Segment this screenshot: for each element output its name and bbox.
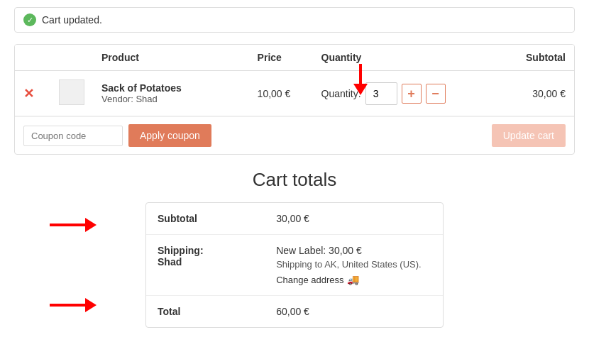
header-quantity: Quantity	[313, 45, 455, 71]
totals-section-wrapper: Subtotal 30,00 € Shipping: Shad New Labe…	[14, 202, 575, 328]
table-header-row: Product Price Quantity Subtotal	[15, 45, 574, 71]
vendor-name: Shad	[136, 94, 157, 104]
cart-totals-title: Cart totals	[253, 169, 337, 191]
product-vendor: Vendor: Shad	[101, 94, 241, 104]
header-spacer	[455, 45, 483, 71]
arrow-down-indicator	[353, 64, 368, 95]
update-cart-button[interactable]: Update cart	[492, 124, 566, 147]
check-icon: ✓	[23, 13, 36, 26]
arrow-total-indicator	[50, 298, 97, 312]
arrow-subtotal-indicator	[50, 218, 97, 232]
cart-totals-section: Cart totals Subtotal 30,00 €	[14, 169, 575, 328]
cart-table: Product Price Quantity Subtotal ✕	[14, 44, 575, 155]
total-row: Total 60,00 €	[146, 296, 443, 328]
subtotal-row: Subtotal 30,00 €	[146, 203, 443, 235]
change-address-link[interactable]: Change address 🚚	[276, 274, 358, 285]
header-subtotal: Subtotal	[483, 45, 574, 71]
quantity-decrease-button[interactable]: −	[426, 84, 446, 104]
total-value: 60,00 €	[265, 296, 443, 328]
quantity-input[interactable]	[365, 82, 397, 105]
table-row: ✕ Sack of Potatoes Vendor: Shad	[15, 71, 574, 116]
shipping-value: New Label: 30,00 € Shipping to AK, Unite…	[265, 235, 443, 296]
subtotal-label: Subtotal	[146, 203, 265, 235]
product-thumbnail	[59, 79, 84, 105]
cart-updated-text: Cart updated.	[42, 14, 102, 26]
thumb-cell	[50, 71, 93, 116]
quantity-cell: Quantity: + −	[313, 71, 455, 116]
coupon-row: Apply coupon Update cart	[15, 116, 574, 154]
change-address-text: Change address	[276, 275, 343, 285]
shipping-label-line2: Shad	[158, 256, 182, 268]
price-cell: 10,00 €	[249, 71, 313, 116]
header-remove	[15, 45, 50, 71]
truck-icon: 🚚	[347, 274, 359, 285]
total-label: Total	[146, 296, 265, 328]
header-product: Product	[93, 45, 249, 71]
quantity-increase-button[interactable]: +	[402, 84, 422, 104]
remove-item-button[interactable]: ✕	[23, 87, 34, 100]
totals-table-wrapper: Subtotal 30,00 € Shipping: Shad New Labe…	[145, 202, 444, 328]
apply-coupon-button[interactable]: Apply coupon	[128, 124, 211, 147]
product-name: Sack of Potatoes	[101, 82, 241, 94]
subtotal-value: 30,00 €	[265, 203, 443, 235]
product-cell: Sack of Potatoes Vendor: Shad	[93, 71, 249, 116]
coupon-left: Apply coupon	[23, 124, 211, 147]
subtotal-cell: 30,00 €	[483, 71, 574, 116]
remove-cell: ✕	[15, 71, 50, 116]
shipping-row: Shipping: Shad New Label: 30,00 € Shippi…	[146, 235, 443, 296]
coupon-input[interactable]	[23, 126, 123, 146]
shipping-label-line1: Shipping:	[158, 245, 204, 256]
spacer-cell	[455, 71, 483, 116]
header-price: Price	[249, 45, 313, 71]
vendor-label: Vendor:	[101, 94, 133, 104]
page-wrapper: ✓ Cart updated. Product Price Quantity	[0, 0, 589, 342]
shipping-option: New Label: 30,00 €	[276, 245, 431, 256]
totals-table: Subtotal 30,00 € Shipping: Shad New Labe…	[146, 203, 443, 327]
cart-updated-notice: ✓ Cart updated.	[14, 7, 575, 33]
header-thumb	[50, 45, 93, 71]
shipping-address: Shipping to AK, United States (US).	[276, 259, 431, 270]
shipping-label: Shipping: Shad	[146, 235, 265, 296]
